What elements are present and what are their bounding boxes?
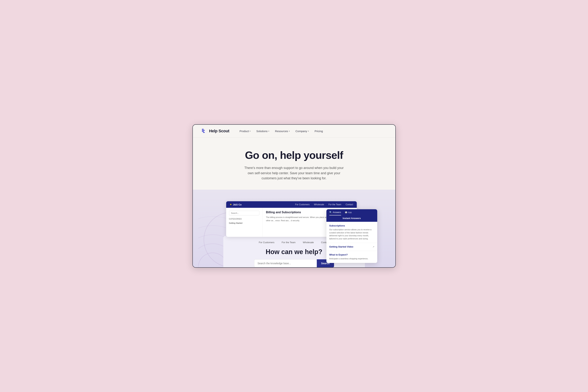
answer-item-video[interactable]: Getting Started Video ↗ [326,243,377,251]
answer-item-expect[interactable]: What to Expect? Anticipate a seamless sh… [326,251,377,263]
hero-section: Go on, help yourself There's more than e… [193,138,396,190]
search-icon: 🔍 [329,211,332,214]
nav-product[interactable]: Product ▾ [240,130,250,133]
chevron-down-icon: ▾ [268,130,269,132]
navbar: Help Scout Product ▾ Solutions ▾ Resourc… [193,125,396,138]
logo-text: Help Scout [209,129,230,134]
answer-title-video: Getting Started Video [329,245,354,248]
kb-nav-customers[interactable]: For Customers [259,241,274,244]
answers-tab-answers[interactable]: 🔍 Answers [329,211,341,216]
svg-rect-3 [203,132,205,133]
answers-tabs: 🔍 Answers 💬 Ask [326,209,377,216]
nav-pricing[interactable]: Pricing [314,130,323,133]
answer-link-video: Getting Started Video ↗ [329,245,374,248]
ui-nav-team[interactable]: For the Team [328,203,341,206]
answers-body: Subscriptions Our subscription service a… [326,222,377,263]
chevron-down-icon: ▾ [250,130,250,132]
nav-solutions[interactable]: Solutions ▾ [256,130,269,133]
kb-search-input[interactable] [254,259,317,267]
browser-frame: Help Scout Product ▾ Solutions ▾ Resourc… [192,124,396,268]
nav-items: Product ▾ Solutions ▾ Resources ▾ Compan… [240,130,386,133]
ui-card-sidebar: CATEGORIES Getting Started [226,208,262,237]
chat-icon: 💬 [345,211,348,214]
answers-panel: 🔍 Answers 💬 Ask Instant Answers Subscrip… [326,209,377,263]
logo-area[interactable]: Help Scout [202,128,230,134]
answers-header: Instant Answers [326,216,377,222]
chevron-down-icon: ▾ [289,130,290,132]
svg-rect-2 [202,131,204,132]
kb-nav-wholesale[interactable]: For the Team [282,241,296,244]
ui-card-header: ✦ J&G Co For Customers Wholesale For the… [226,201,357,208]
ui-nav-contact[interactable]: Contact [346,203,353,206]
hero-subtitle: There's more than enough support to go a… [242,165,347,181]
star-icon: ✦ [230,203,232,206]
chevron-down-icon: ▾ [308,130,309,132]
external-link-icon: ↗ [372,246,374,248]
answer-title-expect: What to Expect? [329,253,374,256]
svg-rect-1 [202,130,205,131]
nav-company[interactable]: Company ▾ [296,130,309,133]
answer-text-subscriptions: Our subscription service allows you to r… [329,228,374,240]
answer-item-subscriptions[interactable]: Subscriptions Our subscription service a… [326,222,377,243]
answer-text-expect: Anticipate a seamless shopping experienc… [329,257,374,260]
answer-title-subscriptions: Subscriptions [329,224,374,227]
ui-nav-customers[interactable]: For Customers [295,203,310,206]
kb-search-row: Search [254,259,334,267]
ui-search-input[interactable] [229,211,259,216]
answers-tab-ask[interactable]: 💬 Ask [345,211,352,216]
nav-resources[interactable]: Resources ▾ [275,130,290,133]
ui-category-getting-started[interactable]: Getting Started [229,222,259,225]
helpscout-logo-icon [202,128,207,134]
kb-nav-team[interactable]: Wholesale [303,241,314,244]
hero-title: Go on, help yourself [202,149,387,161]
demo-inner: ✦ J&G Co For Customers Wholesale For the… [193,198,396,267]
svg-rect-0 [202,129,204,130]
ui-nav-wholesale[interactable]: Wholesale [314,203,324,206]
demo-section: ✦ J&G Co For Customers Wholesale For the… [193,190,396,267]
ui-card-nav: For Customers Wholesale For the Team Con… [295,203,353,206]
ui-categories-label: CATEGORIES [229,218,259,220]
ui-card-logo: ✦ J&G Co [230,203,242,206]
